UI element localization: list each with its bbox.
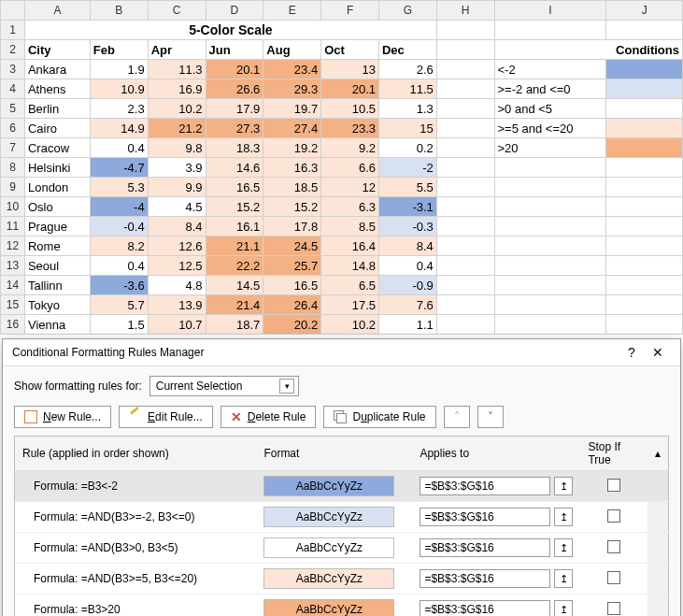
value-cell[interactable]: 1.3 [378,99,436,119]
value-cell[interactable]: 5.5 [378,178,436,197]
range-picker-icon[interactable]: ↥ [554,508,573,526]
value-cell[interactable]: 15 [378,119,436,138]
value-cell[interactable]: 14.5 [206,276,263,295]
header-city[interactable]: City [24,40,90,60]
value-cell[interactable]: 0.4 [90,138,148,158]
value-cell[interactable]: 16.5 [206,178,263,197]
cell[interactable] [436,236,494,256]
cell[interactable] [436,21,494,40]
condition-label[interactable]: >20 [494,138,606,158]
range-picker-icon[interactable]: ↥ [554,477,573,495]
value-cell[interactable]: 23.4 [263,60,321,79]
row-header[interactable]: 13 [1,256,25,276]
chevron-down-icon[interactable]: ▾ [279,379,294,394]
value-cell[interactable]: 27.4 [263,119,321,138]
value-cell[interactable]: 8.4 [148,217,206,236]
city-cell[interactable]: Rome [24,236,90,256]
cell[interactable] [606,276,683,295]
applies-to-input[interactable] [420,508,550,526]
rule-row[interactable]: Formula: =AND(B3>0, B3<5)AaBbCcYyZz↥ [15,533,669,564]
rule-row[interactable]: Formula: =AND(B3>=-2, B3<=0)AaBbCcYyZz↥ [15,502,669,533]
city-cell[interactable]: Helsinki [24,158,90,178]
value-cell[interactable]: 6.3 [321,197,379,217]
value-cell[interactable]: 20.2 [263,315,321,335]
value-cell[interactable]: 12 [321,178,379,197]
cell[interactable] [494,21,606,40]
cell[interactable] [606,158,683,178]
value-cell[interactable]: 21.2 [148,119,206,138]
value-cell[interactable]: -3.1 [378,197,436,217]
value-cell[interactable]: 1.5 [90,315,148,335]
col-header[interactable]: C [148,1,206,21]
cell[interactable] [494,315,606,335]
value-cell[interactable]: 10.7 [148,315,206,335]
col-header[interactable]: F [321,1,379,21]
cell[interactable] [606,21,683,40]
applies-to-input[interactable] [420,477,550,495]
cell[interactable] [606,256,683,276]
cell[interactable] [606,197,683,217]
cell[interactable] [606,217,683,236]
cell[interactable] [494,197,606,217]
range-picker-icon[interactable]: ↥ [554,600,573,616]
applies-to-input[interactable] [420,600,550,616]
row-header[interactable]: 10 [1,197,25,217]
city-cell[interactable]: Oslo [24,197,90,217]
cell[interactable] [436,295,494,315]
value-cell[interactable]: 0.4 [90,256,148,276]
cell[interactable] [436,79,494,99]
value-cell[interactable]: 20.1 [321,79,379,99]
city-cell[interactable]: Tokyo [24,295,90,315]
cell[interactable] [494,236,606,256]
value-cell[interactable]: 14.6 [206,158,263,178]
value-cell[interactable]: 10.2 [321,315,379,335]
value-cell[interactable]: 16.5 [263,276,321,295]
value-cell[interactable]: 0.2 [378,138,436,158]
cell[interactable] [436,119,494,138]
value-cell[interactable]: 19.7 [263,99,321,119]
value-cell[interactable]: 13.9 [148,295,206,315]
city-cell[interactable]: Seoul [24,256,90,276]
city-cell[interactable]: Ankara [24,60,90,79]
value-cell[interactable]: 14.9 [90,119,148,138]
applies-to-input[interactable] [420,538,550,557]
value-cell[interactable]: 24.5 [263,236,321,256]
cell[interactable] [436,217,494,236]
cell[interactable] [606,178,683,197]
row-header[interactable]: 6 [1,119,25,138]
value-cell[interactable]: -4.7 [90,158,148,178]
col-header[interactable]: J [606,1,683,21]
value-cell[interactable]: 8.5 [321,217,379,236]
value-cell[interactable]: 15.2 [206,197,263,217]
cell[interactable] [494,158,606,178]
cell[interactable] [436,60,494,79]
col-header[interactable]: D [206,1,263,21]
row-header[interactable]: 4 [1,79,25,99]
value-cell[interactable]: 3.9 [148,158,206,178]
select-all-corner[interactable] [1,1,25,21]
value-cell[interactable]: 13 [321,60,379,79]
value-cell[interactable]: 10.5 [321,99,379,119]
value-cell[interactable]: 29.3 [263,79,321,99]
value-cell[interactable]: 6.6 [321,158,379,178]
row-header[interactable]: 14 [1,276,25,295]
header-oct[interactable]: Oct [321,40,379,60]
value-cell[interactable]: 10.9 [90,79,148,99]
rule-row[interactable]: Formula: =B3>20AaBbCcYyZz↥ [15,595,669,617]
value-cell[interactable]: 4.8 [148,276,206,295]
row-header[interactable]: 9 [1,178,25,197]
cell[interactable] [436,99,494,119]
duplicate-rule-button[interactable]: Duplicate Rule [323,406,435,428]
spreadsheet-grid[interactable]: A B C D E F G H I J 15-Color Scale2CityF… [0,0,683,335]
cell[interactable] [436,158,494,178]
value-cell[interactable]: 7.6 [378,295,436,315]
condition-label[interactable]: >=5 and <=20 [494,119,606,138]
col-header[interactable]: G [378,1,436,21]
row-header[interactable]: 5 [1,99,25,119]
edit-rule-button[interactable]: Edit Rule... [119,406,213,428]
value-cell[interactable]: 15.2 [263,197,321,217]
range-picker-icon[interactable]: ↥ [554,569,573,588]
value-cell[interactable]: 18.7 [206,315,263,335]
cell[interactable] [436,178,494,197]
range-picker-icon[interactable]: ↥ [554,538,573,557]
